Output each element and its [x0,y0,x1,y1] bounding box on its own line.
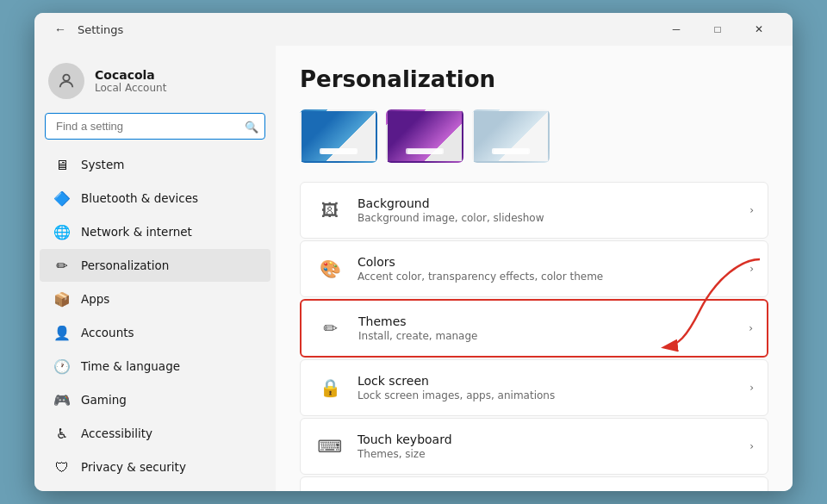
sidebar-item-label: Network & internet [81,225,192,239]
sidebar-item-label: Privacy & security [81,460,186,474]
touch-keyboard-icon: ⌨️ [314,431,345,462]
background-icon: 🖼 [314,195,345,226]
sidebar-item-network[interactable]: 🌐 Network & internet [40,215,270,248]
sidebar-item-personalization[interactable]: ✏️ Personalization [40,249,270,282]
page-title: Personalization [300,66,768,92]
colors-chevron: › [749,263,754,275]
sidebar-item-label: Personalization [81,258,169,272]
background-desc: Background image, color, slideshow [358,212,749,224]
lock-screen-icon: 🔒 [314,372,345,403]
user-type: Local Account [95,82,166,94]
settings-item-background[interactable]: 🖼 Background Background image, color, sl… [300,182,768,239]
maximize-button[interactable]: □ [698,16,737,43]
sidebar-item-windows-update[interactable]: 🔄 Windows Update [40,484,270,491]
themes-icon: ✏️ [315,313,346,344]
touch-keyboard-title: Touch keyboard [358,432,749,446]
personalization-icon: ✏️ [53,257,71,274]
sidebar-item-accessibility[interactable]: ♿ Accessibility [40,417,270,450]
colors-icon: 🎨 [314,253,345,284]
sidebar-item-label: Bluetooth & devices [81,191,198,205]
gaming-icon: 🎮 [53,391,71,408]
privacy-icon: 🛡 [53,458,71,476]
main-content: Personalization [276,46,793,491]
colors-title: Colors [358,255,749,269]
network-icon: 🌐 [53,223,71,240]
lock-screen-chevron: › [749,382,754,394]
user-section: Cocacola Local Account [34,53,276,109]
bluetooth-icon: 🔷 [53,190,71,207]
minimize-button[interactable]: ─ [656,16,696,43]
window-controls: ─ □ ✕ [656,16,779,43]
avatar [48,63,84,99]
start-icon: ▦ [314,489,345,491]
accessibility-icon: ♿ [53,425,71,442]
sidebar-item-privacy[interactable]: 🛡 Privacy & security [40,451,270,483]
lock-screen-desc: Lock screen images, apps, animations [358,389,749,401]
settings-item-start[interactable]: ▦ Start Recent apps and items, folders › [300,476,768,491]
apps-icon: 📦 [53,290,71,308]
lock-screen-title: Lock screen [358,374,749,388]
background-text: Background Background image, color, slid… [358,196,749,224]
sidebar-item-system[interactable]: 🖥 System [40,148,270,181]
colors-text: Colors Accent color, transparency effect… [358,255,749,283]
background-chevron: › [749,204,754,216]
settings-window: ← Settings ─ □ ✕ Cocacola Local [34,13,793,491]
colors-desc: Accent color, transparency effects, colo… [358,271,749,283]
sidebar-item-label: System [81,158,124,171]
svg-point-0 [63,75,69,81]
window-title: Settings [78,23,656,36]
touch-keyboard-text: Touch keyboard Themes, size [358,432,749,460]
lock-screen-text: Lock screen Lock screen images, apps, an… [358,374,749,401]
user-info: Cocacola Local Account [95,68,166,94]
touch-keyboard-chevron: › [749,440,754,452]
time-icon: 🕐 [53,358,71,375]
user-name: Cocacola [95,68,166,82]
titlebar: ← Settings ─ □ ✕ [34,13,793,46]
sidebar-item-label: Accounts [81,326,134,339]
settings-item-lock-screen[interactable]: 🔒 Lock screen Lock screen images, apps, … [300,359,768,416]
sidebar-item-label: Gaming [81,393,127,407]
sidebar-item-time[interactable]: 🕐 Time & language [40,350,270,383]
themes-desc: Install, create, manage [358,330,749,342]
themes-text: Themes Install, create, manage [358,314,749,342]
settings-item-themes[interactable]: ✏️ Themes Install, create, manage › [300,299,768,358]
theme-preview-blue[interactable] [300,109,377,163]
sidebar-item-label: Time & language [81,359,180,373]
settings-items-wrapper: 🖼 Background Background image, color, sl… [300,182,768,491]
settings-list: 🖼 Background Background image, color, sl… [300,182,768,491]
theme-previews [300,109,768,163]
sidebar-item-bluetooth[interactable]: 🔷 Bluetooth & devices [40,182,270,215]
themes-chevron: › [749,322,753,334]
content-area: Cocacola Local Account 🔍 🖥 System 🔷 Blue… [34,46,793,491]
nav-list: 🖥 System 🔷 Bluetooth & devices 🌐 Network… [34,148,276,491]
theme-preview-light[interactable] [472,109,550,163]
sidebar-item-accounts[interactable]: 👤 Accounts [40,316,270,349]
sidebar-item-apps[interactable]: 📦 Apps [40,283,270,315]
system-icon: 🖥 [53,156,71,173]
sidebar-item-gaming[interactable]: 🎮 Gaming [40,383,270,416]
settings-item-colors[interactable]: 🎨 Colors Accent color, transparency effe… [300,240,768,297]
search-input[interactable] [45,113,265,140]
search-box: 🔍 [45,113,265,140]
settings-item-touch-keyboard[interactable]: ⌨️ Touch keyboard Themes, size › [300,418,768,475]
sidebar-item-label: Accessibility [81,426,152,440]
accounts-icon: 👤 [53,324,71,341]
sidebar: Cocacola Local Account 🔍 🖥 System 🔷 Blue… [34,46,276,491]
background-title: Background [358,196,749,210]
sidebar-item-label: Apps [81,292,109,306]
search-icon-button[interactable]: 🔍 [245,120,258,133]
back-button[interactable]: ← [48,17,72,41]
close-button[interactable]: ✕ [739,16,779,43]
theme-preview-purple[interactable] [386,109,463,163]
touch-keyboard-desc: Themes, size [358,448,749,460]
themes-title: Themes [358,314,749,328]
